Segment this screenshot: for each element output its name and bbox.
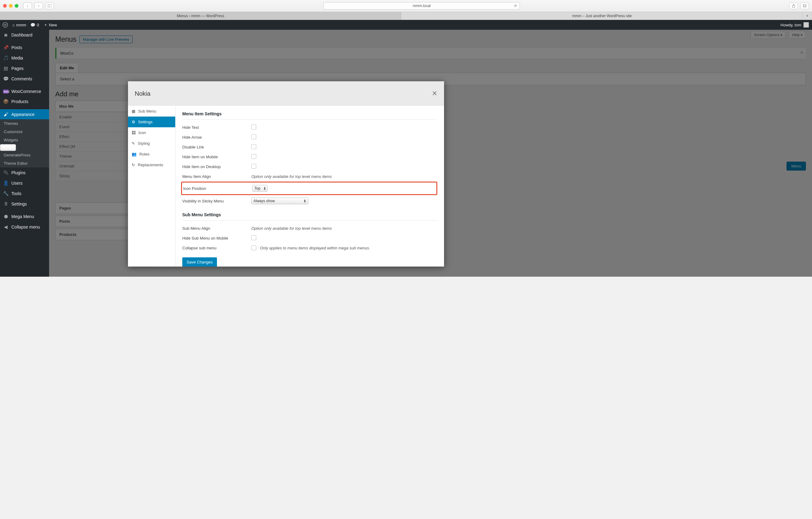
tabs-button[interactable] [800,2,809,9]
wp-logo-icon: W [2,22,8,28]
sidebar-item-plugins[interactable]: 🔌Plugins [0,167,49,178]
svg-text:W: W [4,23,7,27]
address-bar[interactable]: mmm.local ⟳ [323,2,520,9]
sidebar-item-comments[interactable]: 💬Comments [0,73,49,84]
sidebar-item-media[interactable]: 🎵Media [0,53,49,63]
wp-main: Screen Options ▾ Help ▾ Menus Manage wit… [49,30,812,277]
sidebar-toggle[interactable] [46,2,54,9]
sidebar-icon [48,4,52,7]
plus-icon: ＋ [44,22,48,28]
sidebar-item-collapse[interactable]: ◀Collapse menu [0,222,49,232]
sidebar-item-dashboard[interactable]: ◙Dashboard [0,30,49,40]
mside-styling[interactable]: ✎Styling [128,138,175,149]
mside-settings[interactable]: ⚙Settings [128,117,175,127]
new-tab-button[interactable]: + [803,12,812,20]
refresh-icon: ↻ [132,162,135,167]
products-icon: 📦 [3,99,8,104]
section-sub-menu: Sub Menu Settings [182,212,437,220]
mside-replacements[interactable]: ↻Replacements [128,159,175,170]
comments-link[interactable]: 💬0 [30,23,39,27]
browser-chrome: ‹ › mmm.local ⟳ Menus ‹ mmm — WordPress … [0,0,812,20]
comment-icon: 💬 [3,76,8,82]
howdy[interactable]: Howdy, tom [780,23,801,27]
lbl-disable-link: Disable Link [182,145,251,149]
select-sticky-visibility[interactable]: Always show ▲▼ [251,197,309,204]
tools-icon: 🔧 [3,191,8,196]
chevron-updown-icon: ▲▼ [263,186,266,190]
chk-disable-link[interactable] [251,144,256,149]
mside-icon[interactable]: 🖼Icon [128,127,175,138]
reload-icon[interactable]: ⟳ [514,4,517,8]
save-changes-button[interactable]: Save Changes [182,257,217,267]
avatar[interactable] [804,22,809,28]
lbl-sticky: Visibility in Sticky Menu [182,199,251,203]
section-menu-item: Menu Item Settings [182,111,437,120]
sidebar-item-users[interactable]: 👤Users [0,178,49,188]
wp-logo[interactable]: W [2,22,8,28]
chk-hide-mobile[interactable] [251,154,256,159]
lbl-icon-position: Icon Position [183,186,252,191]
share-button[interactable] [789,2,798,9]
media-icon: 🎵 [3,55,8,61]
users-icon: 👥 [132,152,137,156]
mside-roles[interactable]: 👥Roles [128,149,175,159]
sub-align-note: Option only available for top level menu… [251,226,437,231]
woo-icon: woo [3,90,8,94]
lbl-hide-arrow: Hide Arrow [182,135,251,140]
lbl-sub-align: Sub Menu Align [182,226,251,231]
mega-menu-modal: Nokia ✕ ▦Sub Menu ⚙Settings 🖼Icon ✎Styli… [128,81,444,267]
page-icon: ▤ [3,66,8,71]
submenu-menus[interactable]: Menus [0,144,16,151]
sidebar-item-megamenu[interactable]: ⬢Mega Menu [0,211,49,222]
site-link[interactable]: ⌂mmm [12,23,26,27]
address-url: mmm.local [413,4,431,8]
gear-icon: ⚙ [132,120,135,124]
chk-hide-arrow[interactable] [251,134,256,139]
mside-submenu[interactable]: ▦Sub Menu [128,106,175,117]
submenu-customize[interactable]: Customize [0,128,49,136]
sidebar-item-settings[interactable]: 🎚Settings [0,199,49,209]
chk-collapse[interactable] [251,245,256,250]
chk-hide-text[interactable] [251,125,256,129]
svg-rect-5 [804,4,807,7]
browser-tab-0[interactable]: Menus ‹ mmm — WordPress [0,12,401,20]
sidebar-item-products[interactable]: 📦Products [0,96,49,107]
user-icon: 👤 [3,180,8,186]
back-button[interactable]: ‹ [23,2,32,9]
submenu-themes[interactable]: Themes [0,119,49,128]
chk-hide-desktop[interactable] [251,164,256,169]
lbl-hide-sub-mobile: Hide Sub Menu on Mobile [182,236,251,241]
sidebar-item-pages[interactable]: ▤Pages [0,63,49,73]
sidebar-item-tools[interactable]: 🔧Tools [0,188,49,199]
wp-adminbar: W ⌂mmm 💬0 ＋New Howdy, tom [0,20,812,30]
submenu-widgets[interactable]: Widgets [0,136,49,144]
grid-icon: ▦ [132,109,135,114]
submenu-theme-editor[interactable]: Theme Editor [0,159,49,167]
cube-icon: ⬢ [3,214,8,219]
chk-hide-sub-mobile[interactable] [251,235,256,240]
new-content[interactable]: ＋New [44,22,57,28]
image-icon: 🖼 [132,130,136,135]
submenu-generatepress[interactable]: GeneratePress [0,151,49,159]
appearance-submenu: Themes Customize Widgets Menus GenerateP… [0,119,49,167]
modal-side: ▦Sub Menu ⚙Settings 🖼Icon ✎Styling 👥Role… [128,106,176,267]
lbl-hide-desktop: Hide Item on Desktop [182,164,251,169]
modal-close[interactable]: ✕ [432,90,437,97]
browser-tab-1[interactable]: mmm – Just another WordPress site [401,12,803,20]
forward-button[interactable]: › [34,2,43,9]
align-note: Option only available for top level menu… [251,174,437,179]
select-icon-position[interactable]: Top ▲▼ [252,185,268,192]
lbl-align: Menu Item Align [182,174,251,179]
wp-sidebar: ◙Dashboard 📌Posts 🎵Media ▤Pages 💬Comment… [0,30,49,277]
sidebar-item-woocommerce[interactable]: wooWooCommerce [0,87,49,96]
dashboard-icon: ◙ [3,32,8,37]
lbl-collapse: Collapse sub menu [182,246,251,250]
highlight-icon-position: Icon Position Top ▲▼ [181,182,437,195]
brush-icon: 🖌 [3,112,8,117]
sidebar-item-appearance[interactable]: 🖌Appearance [0,109,49,119]
chevron-updown-icon: ▲▼ [303,199,306,203]
sliders-icon: 🎚 [3,201,8,207]
sidebar-item-posts[interactable]: 📌Posts [0,42,49,53]
home-icon: ⌂ [12,23,15,27]
window-controls[interactable] [3,4,19,8]
